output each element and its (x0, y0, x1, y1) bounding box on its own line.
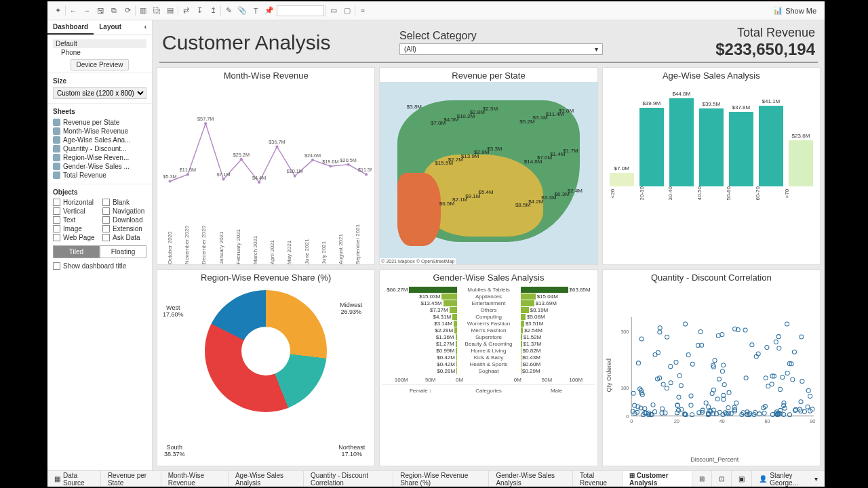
tab-layout[interactable]: Layout (94, 20, 138, 35)
size-title: Size (53, 77, 146, 85)
sheet-icon (53, 171, 60, 179)
save-icon[interactable]: 🖫 (94, 5, 106, 17)
size-select[interactable]: Custom size (1200 x 800) (53, 87, 146, 99)
y-axis-label: Qty Ordered (606, 287, 612, 464)
svg-point-123 (792, 350, 796, 354)
sheet-tab[interactable]: Total Revenue (573, 471, 623, 487)
attach-icon[interactable]: 📎 (236, 5, 248, 17)
device-default[interactable]: Default (53, 39, 146, 48)
separator (178, 5, 178, 16)
panel-title: Region-Wise Revenue Share (%) (157, 270, 374, 284)
swap-icon[interactable]: ⇄ (180, 5, 192, 17)
new-ds-icon[interactable]: ⧉ (108, 5, 120, 17)
sheet-item[interactable]: Month-Wise Revenue (53, 127, 146, 136)
svg-point-136 (656, 350, 660, 354)
object-item[interactable]: Blank (102, 199, 146, 206)
svg-text:20: 20 (674, 418, 679, 423)
panel-region-share[interactable]: Region-Wise Revenue Share (%) West17.60%… (157, 269, 375, 467)
object-item[interactable]: Text (53, 216, 97, 224)
show-title-row[interactable]: Show dashboard title (53, 262, 146, 270)
panel-month-revenue[interactable]: Month-Wise Revenue $5.3M$11.5M$57.7M$7.1… (157, 67, 375, 265)
sheet-tab[interactable]: Quantity - Discount Correlation (304, 471, 393, 487)
panel-state-revenue[interactable]: Revenue per State $3.8M$3.3M$2.4M$2.5M$1… (379, 67, 597, 265)
highlight-icon[interactable]: ✎ (222, 5, 235, 17)
filter-dropdown[interactable]: (All) ▾ (399, 43, 603, 55)
svg-point-75 (781, 403, 785, 407)
show-title-label: Show dashboard title (63, 262, 126, 270)
svg-point-146 (677, 373, 682, 378)
show-me-button[interactable]: 📊 Show Me (769, 4, 821, 18)
bar-chart: $7.0M$39.9M$44.8M$39.5M$37.8M$41.1M$23.6… (603, 82, 820, 264)
back-icon[interactable]: ← (67, 5, 79, 17)
sort-desc-icon[interactable]: ↥ (207, 5, 219, 17)
refresh-icon[interactable]: ⟳ (121, 5, 134, 17)
object-item[interactable]: Download (102, 216, 146, 224)
panel-age-sales[interactable]: Age-Wise Sales Analysis $7.0M$39.9M$44.8… (602, 67, 821, 265)
new-ws-icon[interactable]: ▥ (137, 5, 149, 17)
pin-icon[interactable]: 📌 (263, 5, 275, 17)
sidebar: Dashboard Layout ‹ Default Phone Device … (47, 20, 153, 470)
share-icon[interactable]: ∝ (357, 5, 369, 17)
svg-point-52 (722, 397, 726, 401)
sheet-tab[interactable]: Region-Wise Revenue Share (%) (393, 471, 489, 487)
object-item[interactable]: Navigation (102, 207, 146, 215)
svg-point-41 (689, 403, 693, 407)
sheet-item[interactable]: Region-Wise Reven... (53, 153, 146, 162)
svg-point-22 (365, 173, 368, 176)
new-story-icon[interactable]: ▣ (732, 471, 752, 487)
text-icon[interactable]: T (250, 5, 262, 17)
dashboard-canvas: Customer Analysis Select Category (All) … (153, 20, 825, 470)
object-item[interactable]: Extension (102, 225, 146, 232)
collapse-icon[interactable]: ‹ (139, 20, 152, 35)
toolbar: ✦ ← → 🖫 ⧉ ⟳ ▥ ⿻ ▤ ⇄ ↧ ↥ ✎ 📎 T 📌 ▭ ▢ ∝ 📊 … (47, 1, 825, 20)
object-item[interactable]: Image (53, 225, 97, 232)
objects-title: Objects (53, 188, 146, 196)
svg-point-20 (347, 163, 350, 166)
sheet-tab[interactable]: Revenue per State (101, 471, 161, 487)
chart-icon: 📊 (773, 6, 783, 15)
floating-toggle[interactable]: Floating (100, 245, 146, 258)
fit-icon[interactable]: ▭ (328, 5, 340, 17)
object-item[interactable]: Web Page (53, 234, 97, 241)
device-preview-button[interactable]: Device Preview (71, 59, 130, 70)
sheet-item[interactable]: Quantity - Discount... (53, 144, 146, 153)
panel-qty-discount[interactable]: Quantity - Discount Correlation Qty Orde… (602, 269, 821, 467)
user-menu[interactable]: 👤 Stanley George... ▾ (752, 472, 825, 487)
sheet-tab[interactable]: Age-Wise Sales Analysis (229, 471, 304, 487)
sort-asc-icon[interactable]: ↧ (193, 5, 205, 17)
sheet-tab[interactable]: Gender-Wise Sales Analysis (489, 471, 573, 487)
new-sheet-icon[interactable]: ⊞ (692, 471, 712, 487)
sheet-item[interactable]: Revenue per State (53, 118, 146, 127)
svg-point-79 (764, 375, 768, 380)
sheet-icon (53, 154, 60, 161)
object-item[interactable]: Vertical (53, 207, 97, 215)
sheet-item[interactable]: Gender-Wise Sales ... (53, 162, 146, 171)
panel-gender-sales[interactable]: Gender-Wise Sales Analysis $66.27MMobile… (379, 269, 597, 467)
new-dashboard-icon[interactable]: ⊡ (712, 471, 732, 487)
size-block: Size Custom size (1200 x 800) (47, 73, 152, 104)
svg-point-117 (677, 395, 681, 399)
data-source-tab[interactable]: ▦ Data Source (47, 471, 101, 487)
sheet-item[interactable]: Total Revenue (53, 171, 146, 180)
present-icon[interactable]: ▢ (341, 5, 353, 17)
object-item[interactable]: Ask Data (102, 234, 146, 241)
tiled-toggle[interactable]: Tiled (53, 245, 100, 258)
sheet-tabs-bar: ▦ Data Source Revenue per StateMonth-Wis… (47, 470, 825, 487)
search-input[interactable] (277, 5, 324, 16)
sheet-tab[interactable]: ⊞ Customer Analysis (623, 471, 692, 487)
checkbox-icon[interactable] (53, 262, 60, 270)
sheet-item[interactable]: Age-Wise Sales Ana... (53, 136, 146, 144)
svg-point-151 (704, 401, 708, 405)
clear-icon[interactable]: ▤ (164, 5, 176, 17)
panel-title: Revenue per State (380, 68, 597, 82)
tab-dashboard[interactable]: Dashboard (47, 20, 94, 35)
show-me-label: Show Me (785, 7, 816, 15)
object-item[interactable]: Horizontal (53, 199, 97, 206)
svg-text:40: 40 (719, 418, 724, 423)
svg-point-131 (729, 411, 733, 415)
duplicate-icon[interactable]: ⿻ (151, 5, 163, 17)
category-filter: Select Category (All) ▾ (399, 30, 603, 55)
sheet-tab[interactable]: Month-Wise Revenue (161, 471, 229, 487)
forward-icon[interactable]: → (81, 5, 93, 17)
device-phone[interactable]: Phone (53, 48, 146, 57)
